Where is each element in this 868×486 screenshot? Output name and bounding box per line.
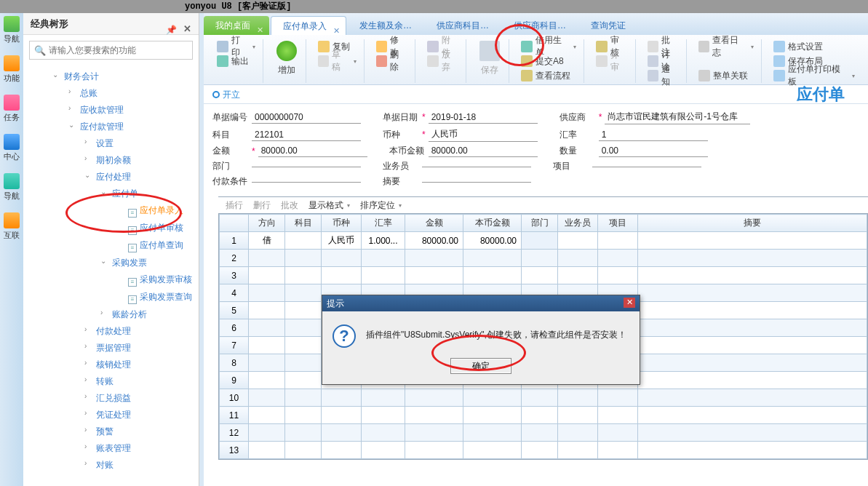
localamt-value: 80000.00	[429, 145, 538, 157]
delete-button[interactable]: 删除	[373, 54, 410, 68]
discard-button[interactable]: 放弃	[424, 54, 461, 68]
table-row[interactable]: 2	[220, 250, 867, 267]
close-panel-icon[interactable]: ✕	[183, 18, 191, 40]
tree-payable-audit[interactable]: ≡应付单审核	[23, 220, 199, 237]
tree-settings[interactable]: ›设置	[23, 135, 199, 152]
tree-finance[interactable]: ⌄财务会计	[23, 68, 199, 85]
dialog-message: 插件组件"U8Submit.SysVerify",创建失败，请检查此组件是否安装…	[366, 324, 626, 341]
tree-panel: 经典树形 📌 ✕ 🔍 ⌄财务会计 ›总账 ›应收款管理 ⌄应付款管理 ›设置 ›…	[23, 13, 199, 486]
tree-voucher[interactable]: ›凭证处理	[23, 407, 199, 423]
export-button[interactable]: 输出	[214, 54, 258, 68]
date-value[interactable]: 2019-01-18	[429, 111, 538, 124]
tab-entry[interactable]: 应付单录入✕	[271, 16, 346, 35]
tab-vendor1[interactable]: 供应商科目…	[425, 16, 501, 35]
table-row[interactable]: 11	[220, 407, 867, 424]
grid-format-button[interactable]: 显示格式▾	[308, 199, 350, 212]
tab-vendor2[interactable]: 供应商科目…	[502, 16, 578, 35]
tree-pi-query[interactable]: ≡采购发票查询	[23, 289, 199, 306]
search-input[interactable]	[29, 41, 193, 60]
close-icon[interactable]: ✕	[257, 20, 263, 39]
tree-ar[interactable]: ›应收款管理	[23, 102, 199, 119]
dialog-close-icon[interactable]: ✕	[624, 298, 635, 308]
tree-purchase-invoice[interactable]: ⌄采购发票	[23, 255, 199, 271]
memo-value[interactable]	[422, 180, 531, 183]
table-row[interactable]: 10	[220, 389, 867, 407]
tree-aging[interactable]: ›账龄分析	[23, 306, 199, 323]
close-icon[interactable]: ✕	[333, 21, 340, 40]
unaudit-button[interactable]: 弃审	[593, 54, 630, 68]
dialog-ok-button[interactable]: 确定	[450, 358, 511, 374]
grid-toolbar: 插行 删行 批改 显示格式▾ 排序定位▾	[218, 196, 868, 214]
tree-header: 经典树形 📌 ✕	[23, 13, 199, 35]
table-row[interactable]: 3	[220, 267, 867, 284]
rail-nav[interactable]: 导航	[4, 34, 20, 43]
paycond-value[interactable]	[252, 180, 361, 183]
borrow-button[interactable]: 借用生单▾	[518, 39, 579, 54]
tree-report[interactable]: ›账表管理	[23, 440, 199, 457]
tree-bill[interactable]: ›票据管理	[23, 340, 199, 356]
amount-value[interactable]: 80000.00	[258, 145, 367, 157]
grid-batch-button[interactable]: 批改	[281, 199, 298, 212]
question-icon: ?	[333, 324, 356, 348]
form-area: 单据编号0000000070 单据日期*2019-01-18 供应商*尚志市谊民…	[204, 104, 868, 194]
tab-balance[interactable]: 发生额及余…	[348, 16, 423, 35]
doc-title: 应付单	[797, 85, 859, 103]
vendor-value[interactable]: 尚志市谊民建筑有限公司-1号仓库	[605, 110, 750, 124]
format-button[interactable]: 格式设置	[771, 39, 858, 54]
related-button[interactable]: 整单关联	[696, 68, 757, 83]
rail-hulian[interactable]: 互联	[4, 231, 20, 239]
tree-gl[interactable]: ›总账	[23, 85, 199, 102]
main-area: 我的桌面✕ 应付单录入✕ 发生额及余… 供应商科目… 供应商科目… 查询凭证 打…	[199, 13, 868, 486]
tree-payment[interactable]: ›付款处理	[23, 323, 199, 340]
notify-button[interactable]: 通知	[645, 68, 682, 83]
alert-dialog: 提示 ✕ ? 插件组件"U8Submit.SysVerify",创建失败，请检查…	[322, 295, 640, 385]
tab-desktop[interactable]: 我的桌面✕	[204, 16, 269, 35]
table-row[interactable]: 12	[220, 424, 867, 442]
subject-value[interactable]: 212101	[252, 129, 361, 141]
save-button[interactable]: 保存	[475, 39, 504, 78]
tree-ap[interactable]: ⌄应付款管理	[23, 119, 199, 135]
tree-payable-entry[interactable]: ≡应付单录入	[23, 202, 199, 220]
tree-alert[interactable]: ›预警	[23, 423, 199, 440]
rail-nav2[interactable]: 导航	[4, 191, 20, 200]
status-text: 开立	[223, 85, 240, 104]
docno-value: 0000000070	[252, 111, 361, 124]
titlebar: yonyou U8 [客户验证版]	[0, 0, 868, 13]
pin-icon[interactable]: 📌	[166, 19, 177, 41]
tab-strip: 我的桌面✕ 应付单录入✕ 发生额及余… 供应商科目… 供应商科目… 查询凭证	[204, 13, 868, 35]
print-button[interactable]: 打印▾	[214, 39, 258, 54]
rail-center[interactable]: 中心	[4, 152, 20, 161]
tree-recon[interactable]: ›对账	[23, 457, 199, 474]
tree-payable-query[interactable]: ≡应付单查询	[23, 237, 199, 255]
search-icon: 🔍	[34, 45, 46, 56]
grid-sort-button[interactable]: 排序定位▾	[360, 199, 402, 212]
submit-button[interactable]: 提交A8	[518, 54, 579, 68]
tree-payable-doc[interactable]: ⌄应付单	[23, 186, 199, 202]
currency-value[interactable]: 人民币	[429, 127, 538, 142]
draft-button[interactable]: 草稿▾	[315, 54, 359, 68]
rail-func[interactable]: 功能	[4, 73, 20, 82]
table-row[interactable]: 1借人民币1.000...80000.0080000.00	[220, 232, 867, 250]
status-dot-icon	[212, 91, 220, 98]
sidebar-rail: 导航 功能 任务 中心 导航 互联	[0, 13, 23, 486]
tab-vquery[interactable]: 查询凭证	[579, 16, 637, 35]
flow-button[interactable]: 查看流程	[518, 68, 579, 83]
printtpl-button[interactable]: 应付单打印模板▾	[771, 68, 858, 83]
rate-value[interactable]: 1	[599, 129, 708, 141]
project-value[interactable]	[592, 165, 701, 167]
person-value[interactable]	[422, 165, 531, 167]
tree-beginning[interactable]: ›期初余额	[23, 152, 199, 169]
tree-pi-audit[interactable]: ≡采购发票审核	[23, 271, 199, 289]
qty-value[interactable]: 0.00	[599, 145, 708, 157]
log-button[interactable]: 查看日志▾	[696, 39, 757, 54]
tree-transfer[interactable]: ›转账	[23, 373, 199, 390]
grid-insert-button[interactable]: 插行	[226, 199, 243, 212]
grid-delete-button[interactable]: 删行	[253, 199, 271, 212]
rail-task[interactable]: 任务	[4, 113, 20, 122]
add-button[interactable]: 增加	[272, 39, 301, 78]
tree-ap-process[interactable]: ⌄应付处理	[23, 169, 199, 186]
dept-value[interactable]	[252, 165, 361, 167]
tree-exchange[interactable]: ›汇兑损益	[23, 390, 199, 407]
table-row[interactable]: 13	[220, 442, 867, 459]
tree-cancel[interactable]: ›核销处理	[23, 356, 199, 373]
